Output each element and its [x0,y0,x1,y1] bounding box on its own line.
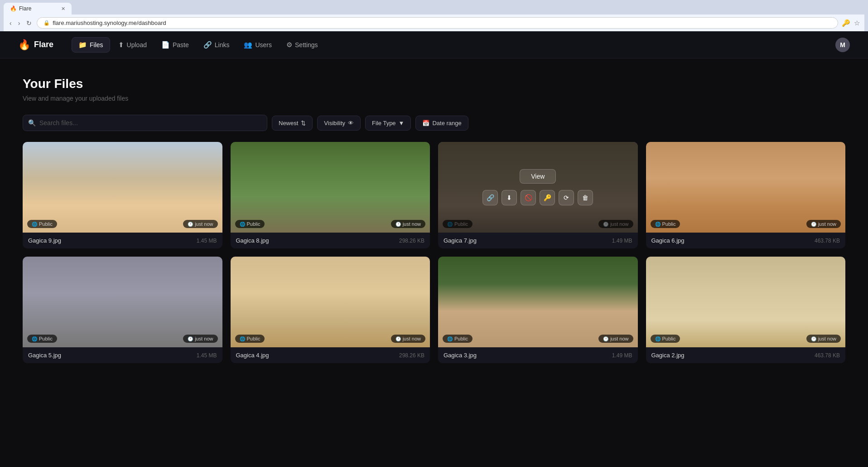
file-size: 298.26 KB [399,352,424,359]
file-card[interactable]: 🌐 Public 🕐 just now Gagica 6.jpg 463.78 … [646,142,846,248]
password-button[interactable]: 🔑 [842,19,850,27]
back-button[interactable]: ‹ [8,18,13,28]
toolbar-actions: 🔑 ☆ [842,19,860,27]
file-card[interactable]: 🌐 Public 🕐 just now Gagica 5.jpg 1.45 MB [23,257,222,363]
file-card[interactable]: 🌐 Public 🕐 just now View 🔗 ⬇ 🚫 [438,142,638,248]
sort-icon: ⇅ [301,120,306,126]
badge-visibility: Public [662,336,676,341]
move-button[interactable]: ⟳ [559,190,574,205]
overlay-actions: 🔗 ⬇ 🚫 🔑 ⟳ 🗑 [482,190,593,205]
globe-icon: 🌐 [655,336,661,341]
file-card[interactable]: 🌐 Public 🕐 just now Gagica 8.jpg 298.26 … [231,142,430,248]
forward-button[interactable]: › [17,18,22,28]
file-card[interactable]: 🌐 Public 🕐 just now Gagica 2.jpg 463.78 … [646,257,846,363]
time-badge: 🕐 just now [391,335,425,343]
file-thumbnail: 🌐 Public 🕐 just now [646,142,846,233]
file-thumbnail: 🌐 Public 🕐 just now [231,257,430,347]
file-thumbnail: 🌐 Public 🕐 just now View 🔗 ⬇ 🚫 [438,142,638,233]
file-card[interactable]: 🌐 Public 🕐 just now Gagica 4.jpg 298.26 … [231,257,430,363]
file-size: 1.49 MB [612,352,632,359]
search-input[interactable] [23,115,267,131]
tab-close-button[interactable]: ✕ [61,6,65,12]
file-badges: 🌐 Public 🕐 just now [443,335,633,343]
file-meta: Gagica 7.jpg 1.49 MB [438,233,638,248]
file-size: 298.26 KB [399,238,424,244]
nav-links[interactable]: 🔗 Links [197,38,236,52]
daterange-button[interactable]: 📅 Date range [415,116,468,131]
nav-upload[interactable]: ⬆ Upload [112,38,153,52]
file-meta: Gagica 4.jpg 298.26 KB [231,347,430,363]
browser-chrome: 🔥 Flare ✕ ‹ › ↻ 🔒 flare.mariushosting.sy… [0,0,868,31]
file-badges: 🌐 Public 🕐 just now [235,335,426,343]
file-thumbnail: 🌐 Public 🕐 just now [23,142,222,233]
app-nav: 📁 Files ⬆ Upload 📄 Paste 🔗 Links 👥 Users… [72,37,835,53]
nav-users[interactable]: 👥 Users [237,38,278,52]
file-name: Gagica 6.jpg [651,237,685,244]
visibility-badge: 🌐 Public [443,335,473,343]
nav-users-label: Users [255,41,272,49]
filter-icon: ▼ [399,120,405,126]
badge-time: just now [195,221,213,227]
file-thumbnail: 🌐 Public 🕐 just now [23,257,222,347]
file-meta: Gagica 2.jpg 463.78 KB [646,347,846,363]
nav-settings[interactable]: ⚙ Settings [280,38,324,52]
bookmark-button[interactable]: ☆ [854,19,860,27]
file-card[interactable]: 🌐 Public 🕐 just now Gagica 9.jpg 1.45 MB [23,142,222,248]
app-logo: 🔥 Flare [18,39,53,51]
page-subtitle: View and manage your uploaded files [23,95,845,102]
file-card[interactable]: 🌐 Public 🕐 just now Gagica 3.jpg 1.49 MB [438,257,638,363]
file-meta: Gagica 8.jpg 298.26 KB [231,233,430,248]
sort-button[interactable]: Newest ⇅ [272,116,313,131]
sort-label: Newest [279,120,298,126]
search-container: 🔍 [23,115,267,131]
search-icon: 🔍 [28,119,36,126]
visibility-button[interactable]: Visibility 👁 [317,116,361,131]
download-button[interactable]: ⬇ [502,190,517,205]
globe-icon: 🌐 [240,336,245,341]
user-avatar[interactable]: M [835,38,850,52]
badge-time: just now [403,336,421,341]
page-title: Your Files [23,77,845,91]
time-badge: 🕐 just now [806,335,841,343]
visibility-badge: 🌐 Public [235,335,265,343]
file-name: Gagica 3.jpg [444,352,477,359]
browser-tabs: 🔥 Flare ✕ [4,3,864,15]
app-header: 🔥 Flare 📁 Files ⬆ Upload 📄 Paste 🔗 Links… [0,31,868,58]
hide-button[interactable]: 🚫 [521,190,536,205]
visibility-badge: 🌐 Public [235,220,265,228]
file-thumbnail: 🌐 Public 🕐 just now [438,257,638,347]
reload-button[interactable]: ↻ [25,18,33,28]
browser-tab[interactable]: 🔥 Flare ✕ [4,3,72,15]
globe-icon: 🌐 [240,222,245,227]
file-size: 1.49 MB [612,238,632,244]
nav-paste-label: Paste [173,41,189,49]
files-grid: 🌐 Public 🕐 just now Gagica 9.jpg 1.45 MB [23,142,845,363]
file-meta: Gagica 6.jpg 463.78 KB [646,233,846,248]
clock-icon: 🕐 [811,222,816,227]
clock-icon: 🕐 [603,336,608,341]
files-icon: 📁 [78,41,87,49]
nav-paste[interactable]: 📄 Paste [155,38,195,52]
visibility-icon: 👁 [348,120,354,126]
file-overlay: View 🔗 ⬇ 🚫 🔑 ⟳ 🗑 [438,142,638,233]
filetype-label: File Type [372,120,396,126]
time-badge: 🕐 just now [183,335,217,343]
file-thumbnail: 🌐 Public 🕐 just now [231,142,430,233]
logo-icon: 🔥 [18,39,30,51]
globe-icon: 🌐 [32,336,37,341]
globe-icon: 🌐 [655,222,661,227]
nav-upload-label: Upload [127,41,147,49]
badge-time: just now [403,221,421,227]
delete-button[interactable]: 🗑 [578,190,593,205]
nav-files[interactable]: 📁 Files [72,37,110,53]
address-bar[interactable]: 🔒 flare.mariushosting.synology.me/dashbo… [37,17,838,29]
copy-link-button[interactable]: 🔗 [482,190,498,205]
main-content: Your Files View and manage your uploaded… [0,58,868,381]
share-button[interactable]: 🔑 [540,190,555,205]
badge-time: just now [818,336,836,341]
view-button[interactable]: View [520,169,556,184]
filetype-button[interactable]: File Type ▼ [365,116,411,131]
time-badge: 🕐 just now [598,335,633,343]
clock-icon: 🕐 [395,222,401,227]
visibility-badge: 🌐 Public [27,220,57,228]
